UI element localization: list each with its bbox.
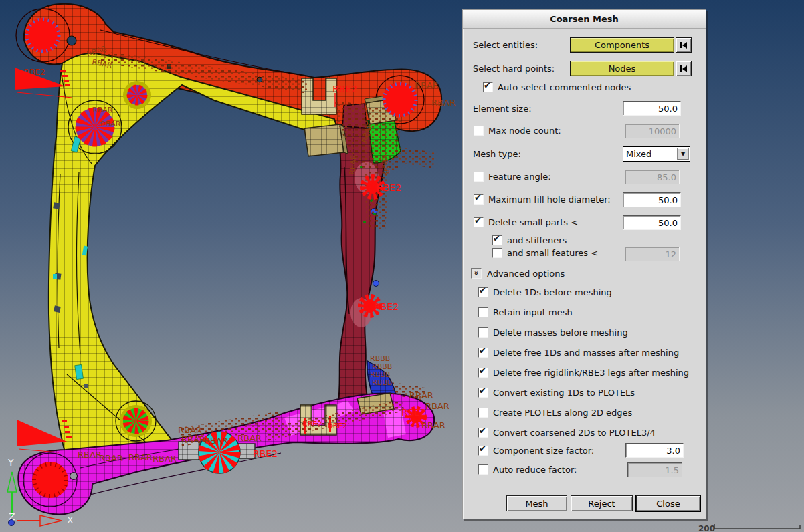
svg-text:RBAR: RBAR — [153, 454, 177, 464]
select-hard-points-button[interactable]: Nodes — [570, 61, 674, 76]
max-node-count-label: Max node count: — [488, 126, 561, 136]
convert-2ds-plotel34-label: Convert coarsened 2Ds to PLOTEL3/4 — [493, 428, 656, 438]
delete-masses-checkbox[interactable]: ✔ — [478, 327, 488, 338]
delete-masses-label: Delete masses before meshing — [493, 327, 628, 338]
rbe2-spider-red-lobe-left — [25, 18, 60, 53]
create-plotels-edges-checkbox[interactable]: ✔ — [478, 408, 488, 418]
delete-free-rigidlink-checkbox[interactable]: ✔ — [478, 368, 488, 378]
svg-text:RBE2: RBE2 — [328, 422, 347, 430]
svg-text:RBAR: RBAR — [128, 452, 153, 462]
max-fill-hole-checkbox[interactable]: ✔ — [474, 194, 484, 205]
feature-angle-checkbox[interactable]: ✔ — [474, 172, 484, 182]
element-size-label: Element size: — [473, 104, 532, 114]
max-fill-hole-label: Maximum fill hole diameter: — [488, 194, 611, 205]
scale-bar-value: 200 — [698, 524, 715, 532]
component-size-factor-input[interactable] — [625, 443, 684, 458]
advanced-options-divider — [571, 275, 696, 275]
svg-text:RBE2: RBE2 — [253, 448, 278, 459]
coarsen-mesh-dialog: Coarsen Mesh Select entities: Components… — [462, 9, 706, 519]
auto-select-checkbox[interactable]: ✔ — [483, 82, 493, 92]
and-stiffeners-checkbox[interactable]: ✔ — [492, 235, 502, 245]
feature-angle-label: Feature angle: — [488, 172, 551, 182]
select-hard-points-label: Select hard points: — [473, 63, 555, 74]
convert-1ds-plotels-label: Convert existing 1Ds to PLOTELs — [493, 388, 635, 398]
svg-text:RBAR: RBAR — [431, 98, 456, 108]
and-small-features-input[interactable] — [625, 247, 680, 261]
svg-text:RBE2: RBE2 — [377, 182, 401, 193]
delete-small-parts-input[interactable] — [623, 215, 681, 230]
auto-select-label: Auto-select commented nodes — [498, 82, 631, 92]
max-node-count-input[interactable] — [625, 124, 680, 138]
retain-input-mesh-label: Retain input mesh — [493, 307, 573, 317]
create-plotels-edges-label: Create PLOTELs along 2D edges — [493, 408, 632, 418]
select-entities-label: Select entities: — [473, 40, 538, 50]
component-size-factor-checkbox[interactable]: ✔ — [478, 446, 488, 456]
convert-2ds-plotel34-checkbox[interactable]: ✔ — [478, 428, 488, 438]
svg-text:RBAR: RBAR — [178, 425, 202, 435]
component-size-factor-label: Component size factor: — [493, 446, 594, 456]
rbbb-labels: RBBB RBBB RBBB RBBB — [370, 354, 392, 387]
dialog-title: Coarsen Mesh — [550, 14, 619, 24]
delete-small-parts-checkbox[interactable]: ✔ — [474, 217, 484, 227]
and-small-features-checkbox[interactable]: ✔ — [492, 248, 502, 258]
bolt-hole — [54, 305, 61, 313]
svg-text:RBAR: RBAR — [99, 453, 123, 463]
max-fill-hole-input[interactable] — [623, 192, 681, 207]
feature-angle-input[interactable] — [625, 170, 680, 184]
max-node-count-checkbox[interactable]: ✔ — [474, 126, 484, 136]
delete-free-1ds-label: Delete free 1Ds and masses after meshing — [493, 348, 679, 358]
select-hard-points-reset-button[interactable] — [676, 61, 692, 76]
application-window: RBE2 RBE2 RBE2 RBE2 RBE2 RBE2 RBE2 RBE2 … — [0, 0, 804, 532]
dialog-titlebar[interactable]: Coarsen Mesh — [463, 10, 706, 29]
element-size-input[interactable] — [623, 101, 681, 116]
rbe2-spider-magenta-lobe — [32, 462, 68, 498]
reject-button[interactable]: Reject — [571, 495, 633, 511]
x-axis-label: X — [67, 515, 74, 525]
mesh-type-dropdown[interactable]: Mixed ▼ — [623, 146, 690, 162]
and-stiffeners-label: and stiffeners — [507, 235, 567, 245]
svg-text:RBAR: RBAR — [78, 450, 102, 460]
rbe2-spider-red-lobe-right — [383, 82, 417, 117]
bolt-hole — [84, 384, 88, 388]
advanced-options-toggle[interactable]: « — [471, 268, 482, 279]
rbe2-spider-yellow-small — [123, 81, 151, 109]
auto-reduce-factor-input[interactable] — [627, 462, 682, 477]
chevron-double-down-icon: « — [473, 271, 480, 275]
svg-text:RBAR: RBAR — [204, 436, 228, 446]
delete-1ds-checkbox[interactable]: ✔ — [478, 287, 488, 297]
svg-text:RBE2: RBE2 — [401, 407, 426, 418]
svg-text:RBAR: RBAR — [100, 120, 121, 128]
svg-text:RBBB: RBBB — [372, 378, 392, 387]
skip-start-icon — [680, 42, 682, 48]
z-axis-dot — [9, 520, 15, 526]
rbe2-spider-yellow-gusset — [120, 405, 152, 437]
delete-free-1ds-checkbox[interactable]: ✔ — [478, 348, 488, 358]
advanced-options-label: Advanced options — [487, 269, 565, 279]
select-entities-button[interactable]: Components — [570, 37, 674, 53]
auto-reduce-factor-checkbox[interactable]: ✔ — [478, 464, 488, 475]
mesh-type-label: Mesh type: — [473, 149, 521, 159]
skip-start-icon — [682, 65, 687, 72]
svg-text:RBE2: RBE2 — [332, 84, 357, 94]
skip-start-icon — [682, 42, 687, 49]
delete-free-rigidlink-label: Delete free rigidlink/RBE3 legs after me… — [493, 368, 689, 378]
svg-text:RBAR: RBAR — [409, 390, 433, 400]
svg-text:RBAR: RBAR — [415, 80, 439, 90]
svg-text:RBE2: RBE2 — [302, 420, 322, 428]
convert-1ds-plotels-checkbox[interactable]: ✔ — [478, 388, 488, 398]
svg-text:RBAR: RBAR — [181, 434, 205, 444]
retain-input-mesh-checkbox[interactable]: ✔ — [478, 307, 488, 317]
select-entities-reset-button[interactable] — [676, 37, 692, 53]
svg-text:RBAR: RBAR — [237, 433, 262, 443]
svg-text:RBE2: RBE2 — [374, 301, 399, 312]
svg-text:RBAR: RBAR — [425, 401, 449, 411]
delete-small-parts-label: Delete small parts < — [488, 217, 578, 227]
bolt-hole — [53, 202, 60, 209]
mesh-button[interactable]: Mesh — [506, 495, 567, 511]
bolt-hole — [67, 36, 76, 45]
svg-text:RBAR: RBAR — [421, 420, 445, 430]
bolt-hole — [70, 473, 78, 480]
chevron-down-icon[interactable]: ▼ — [677, 148, 689, 160]
svg-text:RBAR: RBAR — [348, 154, 359, 176]
close-button[interactable]: Close — [636, 495, 700, 511]
